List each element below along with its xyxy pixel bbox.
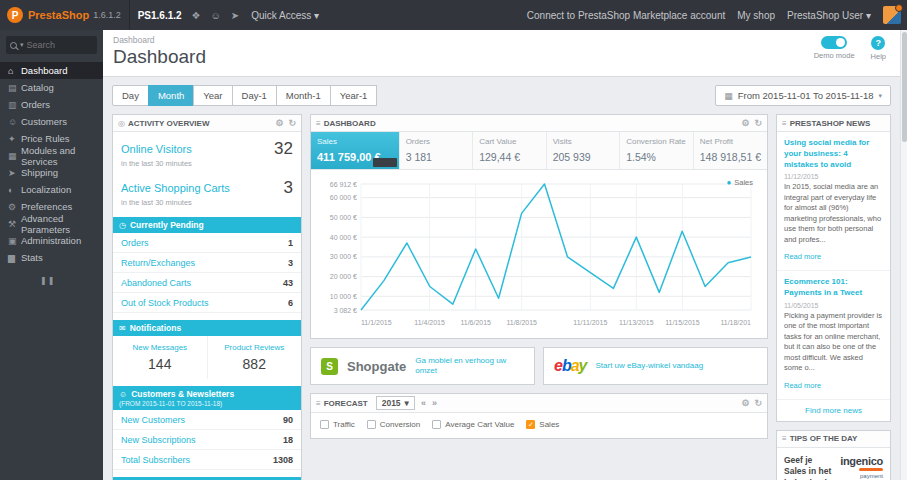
- prestashop-logo-icon[interactable]: P: [7, 7, 23, 23]
- shopgate-module-box[interactable]: S Shopgate Ga mobiel en verhoog uw omzet: [310, 347, 535, 385]
- filter-year-button[interactable]: Year: [193, 85, 232, 106]
- topbar-right: Connect to PrestaShop Marketplace accoun…: [527, 6, 907, 24]
- my-shop-link[interactable]: My shop: [737, 10, 775, 21]
- svg-text:11/8/2015: 11/8/2015: [506, 319, 537, 326]
- news-article-date: 11/05/2015: [784, 302, 883, 309]
- gear-icon[interactable]: ⚙: [741, 398, 749, 408]
- news-article: Ecommerce 101: Payments in a Tweet 11/05…: [777, 270, 890, 399]
- news-article-title[interactable]: Ecommerce 101: Payments in a Tweet: [784, 277, 883, 299]
- forecast-conversion-checkbox[interactable]: Conversion: [367, 420, 420, 429]
- sidebar-item-customers[interactable]: ☺Customers: [0, 113, 103, 130]
- sidebar-item-modules[interactable]: ▦Modules and Services: [0, 147, 103, 164]
- kpi-conversion-rate-tab[interactable]: Conversion Rate 1.54%: [620, 132, 694, 169]
- demo-mode-toggle[interactable]: [821, 36, 847, 49]
- abandoned-carts-row[interactable]: Abandoned Carts43: [113, 273, 301, 293]
- forecast-cart-value-checkbox[interactable]: Average Cart Value: [432, 420, 514, 429]
- forecast-legend: Traffic Conversion Average Cart Value ✓S…: [311, 413, 767, 438]
- user-avatar[interactable]: [883, 6, 901, 24]
- page-scrollbar: [900, 30, 907, 480]
- sidebar-item-administration[interactable]: ▣Administration: [0, 232, 103, 249]
- total-subscribers-row[interactable]: Total Subscribers1308: [113, 450, 301, 470]
- ebay-link[interactable]: Start uw eBay-winkel vandaag: [596, 361, 704, 371]
- next-year-icon[interactable]: »: [432, 398, 437, 408]
- svg-text:50 000 €: 50 000 €: [330, 214, 357, 221]
- cart-icon[interactable]: ❖: [192, 10, 201, 21]
- news-article: Using social media for your business: 4 …: [777, 132, 890, 270]
- filter-day-button[interactable]: Day: [112, 85, 149, 106]
- scrollbar-thumb[interactable]: [902, 32, 907, 142]
- kpi-orders-tab[interactable]: Orders 3 181: [400, 132, 474, 169]
- activity-overview-panel: ◎ ACTIVITY OVERVIEW ⚙ ↻ Online Visitors …: [112, 114, 302, 480]
- profile-icon[interactable]: ☺: [211, 10, 221, 21]
- read-more-link[interactable]: Read more: [784, 381, 821, 390]
- kpi-cart-value-tab[interactable]: Cart Value 129,44 €: [473, 132, 547, 169]
- sidebar-item-stats[interactable]: ▆Stats: [0, 249, 103, 266]
- gear-icon[interactable]: ⚙: [275, 118, 283, 128]
- sidebar-item-orders[interactable]: ▥Orders: [0, 96, 103, 113]
- read-more-link[interactable]: Read more: [784, 252, 821, 261]
- filter-day-1-button[interactable]: Day-1: [232, 85, 277, 106]
- refresh-icon[interactable]: ↻: [754, 118, 762, 128]
- new-subscriptions-row[interactable]: New Subscriptions18: [113, 430, 301, 450]
- forecast-year-select[interactable]: 2015 ▾: [376, 396, 415, 410]
- online-visitors-label[interactable]: Online Visitors: [121, 143, 192, 155]
- sidebar-item-advanced-parameters[interactable]: ⚒Advanced Parameters: [0, 215, 103, 232]
- marketplace-link[interactable]: Connect to PrestaShop Marketplace accoun…: [527, 10, 725, 21]
- sidebar-item-shipping[interactable]: ➤Shipping: [0, 164, 103, 181]
- svg-text:60 000 €: 60 000 €: [330, 194, 357, 201]
- svg-text:11/6/2015: 11/6/2015: [460, 319, 491, 326]
- date-range-button[interactable]: ▦ From 2015-11-01 To 2015-11-18 ▾: [715, 85, 891, 106]
- shipping-icon: ➤: [8, 168, 21, 178]
- help-icon[interactable]: ?: [871, 36, 885, 50]
- shop-name[interactable]: PS1.6.1.2: [138, 10, 182, 21]
- quick-access-menu[interactable]: Quick Access ▾: [251, 10, 319, 21]
- forecast-sales-checkbox[interactable]: ✓Sales: [526, 420, 559, 429]
- gear-icon[interactable]: ⚙: [741, 118, 749, 128]
- activity-icon: ◎: [118, 119, 125, 128]
- sidebar-collapse-icon[interactable]: ❚❚: [40, 276, 103, 285]
- online-visitors-metric: Online Visitors 32 in the last 30 minute…: [113, 132, 301, 171]
- forecast-traffic-checkbox[interactable]: Traffic: [320, 420, 355, 429]
- pending-returns-row[interactable]: Return/Exchanges3: [113, 253, 301, 273]
- content-area: Day Month Year Day-1 Month-1 Year-1 ▦ Fr…: [103, 77, 900, 480]
- sidebar-item-dashboard[interactable]: ⌂Dashboard: [0, 62, 103, 79]
- filter-month-1-button[interactable]: Month-1: [276, 85, 331, 106]
- launch-icon[interactable]: ➤: [231, 10, 239, 21]
- sales-line-chart: 66 912 €60 000 €50 000 €40 000 €30 000 €…: [315, 174, 761, 334]
- active-carts-label[interactable]: Active Shopping Carts: [121, 182, 230, 194]
- filter-month-button[interactable]: Month: [148, 85, 194, 106]
- find-more-news-link[interactable]: Find more news: [777, 399, 890, 421]
- legend-dot-icon: ●: [726, 178, 731, 187]
- topbar: P PrestaShop 1.6.1.2 PS1.6.1.2 ❖ ☺ ➤ Qui…: [0, 0, 907, 30]
- kpi-net-profit-tab[interactable]: Net Profit 148 918,51 €: [694, 132, 767, 169]
- refresh-icon[interactable]: ↻: [288, 118, 296, 128]
- svg-text:66 912 €: 66 912 €: [330, 181, 357, 188]
- modules-icon: ▦: [8, 151, 21, 161]
- shopgate-link[interactable]: Ga mobiel en verhoog uw omzet: [415, 356, 524, 376]
- prev-year-icon[interactable]: «: [421, 398, 426, 408]
- demo-mode-label: Demo mode: [814, 51, 855, 60]
- sidebar-item-catalog[interactable]: ▤Catalog: [0, 79, 103, 96]
- sidebar-search[interactable]: ▾: [6, 36, 97, 54]
- product-reviews-cell[interactable]: Product Reviews 882: [207, 336, 302, 379]
- kpi-visits-tab[interactable]: Visits 205 939: [547, 132, 621, 169]
- kpi-row: Sales 411 759,00 € Orders 3 181 Cart Val…: [311, 132, 767, 170]
- search-input[interactable]: [27, 40, 87, 50]
- brand-name[interactable]: PrestaShop: [28, 9, 89, 21]
- refresh-icon[interactable]: ↻: [754, 398, 762, 408]
- activity-panel-title: ACTIVITY OVERVIEW: [128, 119, 210, 128]
- kpi-sales-tab[interactable]: Sales 411 759,00 €: [311, 132, 400, 169]
- active-carts-metric: Active Shopping Carts 3 in the last 30 m…: [113, 171, 301, 210]
- people-icon: ☺: [119, 390, 127, 399]
- page-title: Dashboard: [103, 46, 900, 68]
- new-messages-cell[interactable]: New Messages 144: [113, 336, 207, 379]
- out-of-stock-row[interactable]: Out of Stock Products6: [113, 293, 301, 313]
- globe-icon: ◐: [8, 185, 21, 195]
- user-menu[interactable]: PrestaShop User ▾: [787, 10, 871, 21]
- news-article-title[interactable]: Using social media for your business: 4 …: [784, 138, 883, 170]
- ebay-module-box[interactable]: ebay Start uw eBay-winkel vandaag: [543, 347, 768, 385]
- pending-orders-row[interactable]: Orders1: [113, 233, 301, 253]
- filter-year-1-button[interactable]: Year-1: [330, 85, 378, 106]
- new-customers-row[interactable]: New Customers90: [113, 410, 301, 430]
- sidebar-item-localization[interactable]: ◐Localization: [0, 181, 103, 198]
